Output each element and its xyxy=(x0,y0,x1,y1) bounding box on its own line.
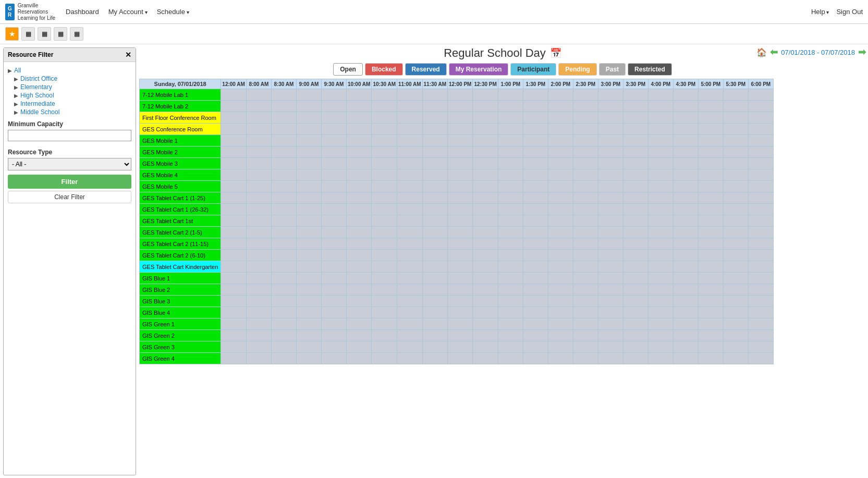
time-slot[interactable] xyxy=(648,330,673,341)
time-slot[interactable] xyxy=(397,296,422,307)
time-slot[interactable] xyxy=(246,284,271,296)
time-slot[interactable] xyxy=(723,250,748,261)
time-slot[interactable] xyxy=(221,341,247,353)
time-slot[interactable] xyxy=(246,181,271,192)
time-slot[interactable] xyxy=(648,296,673,307)
time-slot[interactable] xyxy=(296,261,321,273)
time-slot[interactable] xyxy=(473,181,498,192)
time-slot[interactable] xyxy=(723,215,748,227)
time-slot[interactable] xyxy=(271,330,296,341)
time-slot[interactable] xyxy=(573,135,598,146)
time-slot[interactable] xyxy=(221,204,247,215)
time-slot[interactable] xyxy=(598,89,623,101)
time-slot[interactable] xyxy=(723,135,748,146)
time-slot[interactable] xyxy=(598,101,623,112)
filter-high-school[interactable]: ▶ High School xyxy=(8,91,131,100)
resource-name-cell[interactable]: GES Tablet Cart 2 (6-10) xyxy=(140,250,221,261)
time-slot[interactable] xyxy=(498,318,523,330)
time-slot[interactable] xyxy=(523,181,548,192)
time-slot[interactable] xyxy=(321,215,346,227)
time-slot[interactable] xyxy=(573,318,598,330)
resource-name-cell[interactable]: GES Conference Room xyxy=(140,124,221,135)
resource-name-cell[interactable]: GES Mobile 4 xyxy=(140,169,221,181)
time-slot[interactable] xyxy=(397,204,422,215)
time-slot[interactable] xyxy=(598,261,623,273)
time-slot[interactable] xyxy=(372,158,397,169)
time-slot[interactable] xyxy=(246,158,271,169)
time-slot[interactable] xyxy=(321,89,346,101)
time-slot[interactable] xyxy=(372,341,397,353)
time-slot[interactable] xyxy=(523,296,548,307)
time-slot[interactable] xyxy=(598,307,623,318)
time-slot[interactable] xyxy=(498,89,523,101)
time-slot[interactable] xyxy=(698,192,723,204)
time-slot[interactable] xyxy=(246,146,271,158)
time-slot[interactable] xyxy=(321,261,346,273)
time-slot[interactable] xyxy=(221,261,247,273)
time-slot[interactable] xyxy=(548,146,573,158)
time-slot[interactable] xyxy=(346,215,372,227)
time-slot[interactable] xyxy=(548,238,573,250)
time-slot[interactable] xyxy=(698,353,723,364)
resource-name-cell[interactable]: 7-12 Mobile Lab 2 xyxy=(140,101,221,112)
time-slot[interactable] xyxy=(748,307,773,318)
time-slot[interactable] xyxy=(448,135,473,146)
time-slot[interactable] xyxy=(523,307,548,318)
time-slot[interactable] xyxy=(573,341,598,353)
resource-name-cell[interactable]: GES Tablet Cart 1 (26-32) xyxy=(140,204,221,215)
time-slot[interactable] xyxy=(246,135,271,146)
time-slot[interactable] xyxy=(623,341,648,353)
time-slot[interactable] xyxy=(296,89,321,101)
time-slot[interactable] xyxy=(748,192,773,204)
time-slot[interactable] xyxy=(548,353,573,364)
time-slot[interactable] xyxy=(246,124,271,135)
time-slot[interactable] xyxy=(448,192,473,204)
time-slot[interactable] xyxy=(473,261,498,273)
time-slot[interactable] xyxy=(623,284,648,296)
time-slot[interactable] xyxy=(598,192,623,204)
time-slot[interactable] xyxy=(748,330,773,341)
time-slot[interactable] xyxy=(598,158,623,169)
time-slot[interactable] xyxy=(372,227,397,238)
time-slot[interactable] xyxy=(748,169,773,181)
time-slot[interactable] xyxy=(548,341,573,353)
time-slot[interactable] xyxy=(623,204,648,215)
time-slot[interactable] xyxy=(598,215,623,227)
time-slot[interactable] xyxy=(498,273,523,284)
time-slot[interactable] xyxy=(648,204,673,215)
time-slot[interactable] xyxy=(271,101,296,112)
time-slot[interactable] xyxy=(346,146,372,158)
time-slot[interactable] xyxy=(498,341,523,353)
time-slot[interactable] xyxy=(422,204,448,215)
time-slot[interactable] xyxy=(498,181,523,192)
time-slot[interactable] xyxy=(397,192,422,204)
time-slot[interactable] xyxy=(321,192,346,204)
time-slot[interactable] xyxy=(573,227,598,238)
time-slot[interactable] xyxy=(723,112,748,124)
time-slot[interactable] xyxy=(448,124,473,135)
time-slot[interactable] xyxy=(296,204,321,215)
nav-my-account[interactable]: My Account xyxy=(108,8,148,16)
time-slot[interactable] xyxy=(448,227,473,238)
time-slot[interactable] xyxy=(498,192,523,204)
time-slot[interactable] xyxy=(271,89,296,101)
time-slot[interactable] xyxy=(598,238,623,250)
legend-pending[interactable]: Pending xyxy=(558,63,596,76)
time-slot[interactable] xyxy=(473,296,498,307)
time-slot[interactable] xyxy=(648,307,673,318)
time-slot[interactable] xyxy=(346,284,372,296)
time-slot[interactable] xyxy=(673,192,698,204)
resource-name-cell[interactable]: GES Tablet Cart 1 (1-25) xyxy=(140,192,221,204)
time-slot[interactable] xyxy=(372,353,397,364)
time-slot[interactable] xyxy=(748,181,773,192)
time-slot[interactable] xyxy=(573,146,598,158)
time-slot[interactable] xyxy=(748,250,773,261)
time-slot[interactable] xyxy=(648,124,673,135)
time-slot[interactable] xyxy=(422,227,448,238)
time-slot[interactable] xyxy=(346,112,372,124)
time-slot[interactable] xyxy=(246,273,271,284)
time-slot[interactable] xyxy=(473,89,498,101)
time-slot[interactable] xyxy=(748,318,773,330)
time-slot[interactable] xyxy=(673,169,698,181)
time-slot[interactable] xyxy=(573,181,598,192)
